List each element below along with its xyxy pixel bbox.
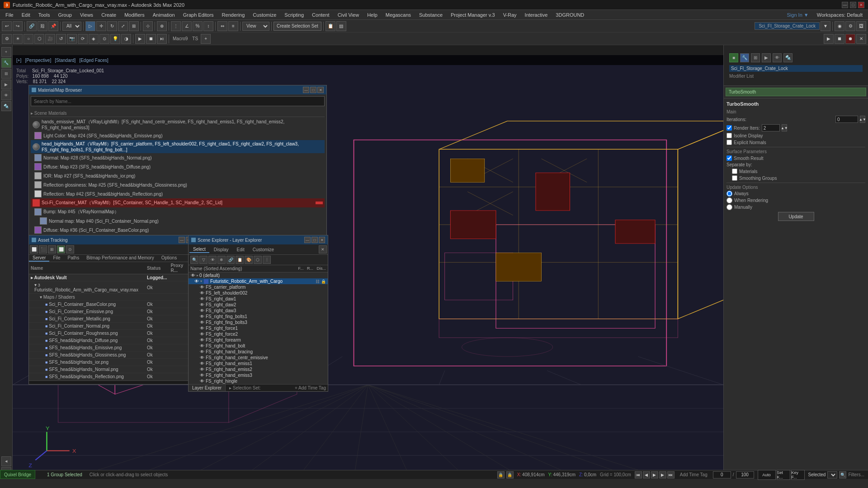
redo-btn[interactable]: ↪ <box>13 21 23 31</box>
angle-snap[interactable]: ∠ <box>182 21 192 31</box>
menu-animation[interactable]: Animation <box>149 11 179 19</box>
key-filter-btn[interactable]: Key F... <box>791 470 805 480</box>
link-btn[interactable]: 🔗 <box>27 21 37 31</box>
go-end-btn[interactable]: ⏭ <box>667 471 675 479</box>
se-force2[interactable]: 👁 FS_right_force2 <box>189 331 328 337</box>
se-close-tab[interactable]: ✕ <box>319 245 327 253</box>
se-tab-customize[interactable]: Customize <box>249 247 278 253</box>
menu-civil-view[interactable]: Civil View <box>334 11 363 19</box>
select-filter-dropdown[interactable]: All <box>62 22 81 31</box>
at-toolbar-btn3[interactable]: ⊞ <box>48 245 56 253</box>
search-btn[interactable]: 🔍 <box>839 471 846 479</box>
at-row-maps[interactable]: ▾ Maps / Shaders <box>29 294 202 301</box>
se-layer-default[interactable]: 👁 ▸ 0 (default) <box>189 272 328 278</box>
at-tab-options[interactable]: Options <box>158 255 180 262</box>
mat-browser-maximize[interactable]: □ <box>310 87 316 93</box>
se-daw2[interactable]: 👁 FS_right_daw2 <box>189 302 328 308</box>
se-hand-centr[interactable]: 👁 FS_right_hand_centr_emissive <box>189 355 328 361</box>
mat-item-2[interactable]: Sci-Fi_Container_MAT（VRayMtl）[SC_Contain… <box>31 198 325 207</box>
se-daw1[interactable]: 👁 FS_right_daw1 <box>189 296 328 302</box>
named-set-btn[interactable]: ▼ <box>821 21 830 31</box>
iterations-spinner[interactable]: ▲▼ <box>860 116 865 123</box>
lp-display[interactable]: 👁 <box>1 90 11 100</box>
se-carrier-platform[interactable]: 👁 FS_carrier_platform <box>189 284 328 290</box>
menu-substance[interactable]: Substance <box>415 11 446 19</box>
update-button[interactable]: Update <box>778 212 814 221</box>
manually-radio[interactable] <box>726 204 732 210</box>
prev-frame-btn[interactable]: ◀ <box>643 471 650 479</box>
at-row-emissive[interactable]: ■ Sci_Fi_Container_Emissive.pngOk <box>29 308 202 315</box>
at-tab-paths[interactable]: Paths <box>64 255 83 262</box>
mat-item-diffuse2[interactable]: Diffuse: Map #36 (Sci_FI_Container_BaseC… <box>31 225 325 235</box>
se-maximize[interactable]: □ <box>311 237 318 243</box>
se-hingle[interactable]: 👁 FS_right_hingle <box>189 378 328 384</box>
at-row-metallic[interactable]: ■ Sci_Fi_Container_Metallic.pngOk <box>29 315 202 323</box>
at-row-normal[interactable]: ■ Sci_Fi_Container_Normal.pngOk <box>29 323 202 330</box>
tb2-btn4[interactable]: ⬡ <box>34 34 44 44</box>
menu-scripting[interactable]: Scripting <box>281 11 307 19</box>
lp-create[interactable]: + <box>1 47 11 57</box>
menu-file[interactable]: File <box>2 11 17 19</box>
se-hand-bolt[interactable]: 👁 FS_right_hand_bolt <box>189 343 328 349</box>
se-tab-display[interactable]: Display <box>210 247 232 253</box>
at-row-sfs-gloss[interactable]: ■ SFS_head&bigHands_Glossiness.pngOk <box>29 352 202 359</box>
viewport-edged-faces[interactable]: [Edged Faces] <box>79 58 108 63</box>
scale-uniform-btn[interactable]: ⊞ <box>129 21 139 31</box>
auto-key-btn[interactable]: Auto <box>758 470 776 480</box>
at-toolbar-btn2[interactable]: ⬛ <box>39 245 47 253</box>
at-toolbar-btn4[interactable]: ⬜ <box>57 245 65 253</box>
tb2-render1[interactable]: ▶ <box>135 34 145 44</box>
viewport-perspective[interactable]: [Perspective] <box>25 58 51 63</box>
materials-check[interactable] <box>732 169 737 174</box>
at-row-basecolor[interactable]: ■ Sci_Fi_Container_BaseColor.pngOk <box>29 301 202 308</box>
play-anim-btn[interactable]: ▶ <box>651 471 658 479</box>
smooth-result-check[interactable] <box>726 155 732 161</box>
at-toolbar-btn1[interactable]: ⬜ <box>30 245 38 253</box>
se-filter-icon[interactable]: ▽ <box>199 256 208 264</box>
at-row-sfs-emiss[interactable]: ■ SFS_head&bigHands_Emissive.pngOk <box>29 344 202 352</box>
mat-item-normal[interactable]: Normal: Map #28 (SFS_head&bigHands_Norma… <box>31 153 325 162</box>
se-fing-bolts3[interactable]: 👁 FS_right_fing_bolts3 <box>189 319 328 325</box>
se-tab-edit[interactable]: Edit <box>233 247 248 253</box>
rp-util-btn[interactable]: 🔩 <box>783 53 793 62</box>
at-tab-bitmap[interactable]: Bitmap Performance and Memory <box>83 255 158 262</box>
render-setup-btn[interactable]: ⚙ <box>845 21 855 31</box>
rp-display-btn[interactable]: 👁 <box>773 53 782 62</box>
menu-content[interactable]: Content <box>308 11 333 19</box>
align-btn[interactable]: ≡ <box>228 21 238 31</box>
se-hide-icon[interactable]: 👁 <box>208 256 217 264</box>
se-forearm[interactable]: 👁 FS_right_forearm <box>189 337 328 343</box>
render-iters-check[interactable] <box>726 125 732 131</box>
bind-btn[interactable]: 📌 <box>48 21 58 31</box>
mat-item-1[interactable]: head_bigHands_MAT（VRayMtl）[FS_carrier_pl… <box>31 140 325 153</box>
go-start-btn[interactable]: ⏮ <box>635 471 642 479</box>
at-tab-server[interactable]: Server <box>29 255 49 262</box>
at-tab-file[interactable]: File <box>49 255 64 262</box>
rp-motion-btn[interactable]: ▶ <box>762 53 771 62</box>
lp-modify[interactable]: 🔧 <box>1 58 11 68</box>
menu-vray[interactable]: V-Ray <box>500 11 520 19</box>
tb2-btn5[interactable]: 🎥 <box>45 34 55 44</box>
se-bottom-tab-selection[interactable]: ▸ Selection Set: <box>226 385 264 391</box>
se-freeze-icon[interactable]: ❄ <box>217 256 226 264</box>
at-row-vault[interactable]: ▸ Autodesk VaultLogged... <box>29 274 202 282</box>
mat-item-light[interactable]: Light Color: Map #24 (SFS_head&bigHands_… <box>31 131 325 140</box>
tb2-render3[interactable]: ⏯ <box>157 34 167 44</box>
mat-item-0[interactable]: hands_emissive_MAT（VRayLightMtl）[FS_righ… <box>31 118 325 131</box>
mat-item-diffuse1[interactable]: Diffuse: Map #23 (SFS_head&bigHands_Diff… <box>31 162 325 171</box>
iterations-input[interactable] <box>835 116 858 123</box>
explicit-normals-check[interactable] <box>726 140 732 145</box>
lp-expand[interactable]: ◀ <box>1 456 11 466</box>
menu-sign-in[interactable]: Sign In ▼ <box>783 11 812 19</box>
tb2-btn3[interactable]: ○ <box>24 34 33 44</box>
menu-edit[interactable]: Edit <box>18 11 34 19</box>
move-btn[interactable]: ✛ <box>96 21 106 31</box>
tb2-btn2[interactable]: ☀ <box>13 34 23 44</box>
lock-x-btn[interactable]: 🔒 <box>497 471 505 479</box>
material-browser-titlebar[interactable]: Material/Map Browser — □ ✕ <box>29 85 326 94</box>
se-daw3[interactable]: 👁 FS_right_daw3 <box>189 308 328 314</box>
menu-views[interactable]: Views <box>76 11 97 19</box>
se-close[interactable]: ✕ <box>319 237 325 243</box>
menu-megascans[interactable]: Megascans <box>382 11 415 19</box>
turbosmooth-modifier[interactable]: TurboSmooth <box>726 88 866 96</box>
